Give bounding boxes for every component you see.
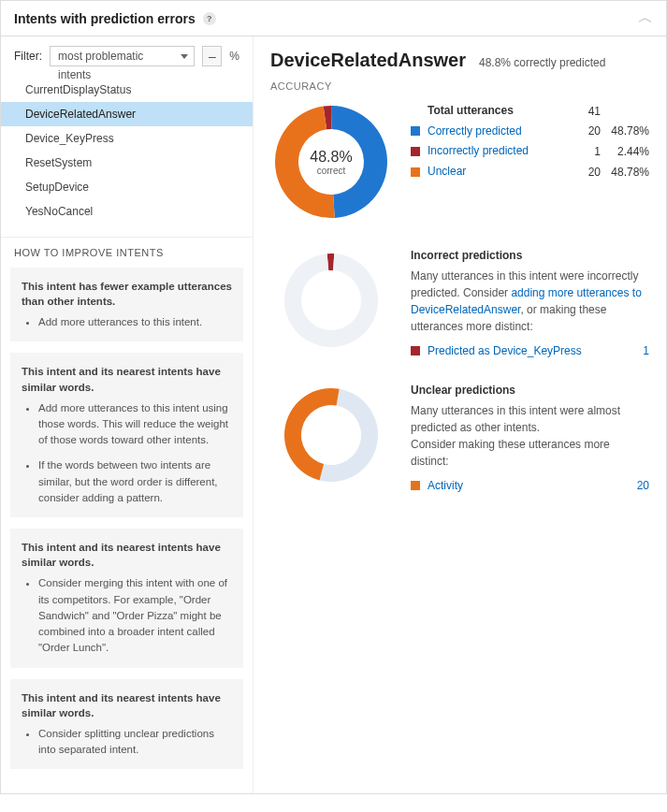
unclear-desc-line1: Many utterances in this intent were almo… <box>411 404 620 434</box>
unclear-item-label[interactable]: Activity <box>428 479 623 492</box>
unclear-desc: Many utterances in this intent were almo… <box>411 402 649 470</box>
intent-item[interactable]: Device_KeyPress <box>1 126 253 151</box>
intent-item[interactable]: DeviceRelatedAnswer <box>1 102 253 126</box>
incorrect-item-count[interactable]: 1 <box>623 344 649 357</box>
tip-card: This intent and its nearest intents have… <box>10 529 243 667</box>
intent-item[interactable]: CurrentDisplayStatus <box>1 78 253 102</box>
divider <box>1 237 253 238</box>
left-column: Filter: most problematic intents – % Cur… <box>1 36 254 793</box>
unclear-item-count[interactable]: 20 <box>623 479 649 492</box>
filter-row: Filter: most problematic intents – % <box>1 46 253 76</box>
help-icon[interactable]: ? <box>203 12 216 25</box>
breakdown-pct: 2.44% <box>601 145 649 158</box>
tip-head: This intent has fewer example utterances… <box>22 279 232 309</box>
filter-pct-label: % <box>229 50 239 63</box>
accuracy-block: 48.8%correct Total utterances 41 Correct… <box>270 101 649 223</box>
total-utterances-row: Total utterances 41 <box>411 101 649 122</box>
breakdown-row: Incorrectly predicted12.44% <box>411 141 649 162</box>
tip-bullet-list: Consider splitting unclear predictions i… <box>22 726 232 759</box>
intent-item[interactable]: SetupDevice <box>1 175 253 199</box>
right-column: DeviceRelatedAnswer 48.8% correctly pred… <box>254 36 666 793</box>
detail-subtitle: 48.8% correctly predicted <box>479 56 605 69</box>
accuracy-label: ACCURACY <box>270 80 649 92</box>
breakdown-pct: 48.78% <box>601 166 649 179</box>
incorrect-head: Incorrect predictions <box>411 249 649 262</box>
detail-title-row: DeviceRelatedAnswer 48.8% correctly pred… <box>270 50 649 71</box>
incorrect-desc: Many utterances in this intent were inco… <box>411 268 649 335</box>
breakdown-row: Unclear2048.78% <box>411 162 649 182</box>
detail-title: DeviceRelatedAnswer <box>270 50 466 71</box>
incorrect-donut <box>270 249 392 352</box>
tip-bullet: Consider splitting unclear predictions i… <box>38 726 232 759</box>
unclear-stats: Unclear predictions Many utterances in t… <box>411 384 649 492</box>
breakdown-count: 20 <box>573 166 601 179</box>
breakdown-label[interactable]: Correctly predicted <box>428 124 573 139</box>
incorrect-item-row: Predicted as Device_KeyPress1 <box>411 344 649 357</box>
incorrect-block: Incorrect predictions Many utterances in… <box>270 249 649 357</box>
accuracy-stats: Total utterances 41 Correctly predicted2… <box>411 101 649 181</box>
total-utterances-label: Total utterances <box>428 104 573 119</box>
accuracy-donut: 48.8%correct <box>270 101 392 223</box>
tip-head: This intent and its nearest intents have… <box>22 690 232 720</box>
panel-body: Filter: most problematic intents – % Cur… <box>1 36 666 793</box>
tip-card: This intent and its nearest intents have… <box>10 679 243 770</box>
unclear-head: Unclear predictions <box>411 384 649 397</box>
tip-head: This intent and its nearest intents have… <box>22 364 232 394</box>
intent-item[interactable]: ResetSystem <box>1 151 253 175</box>
breakdown-label[interactable]: Incorrectly predicted <box>428 144 573 159</box>
panel-title-row: Intents with prediction errors ? <box>14 11 216 26</box>
spacer <box>411 107 420 116</box>
tip-bullet: If the words between two intents are sim… <box>38 457 232 506</box>
tip-bullet: Add more utterances to this intent. <box>38 314 232 330</box>
filter-label: Filter: <box>14 50 42 63</box>
svg-text:48.8%: 48.8% <box>310 149 352 165</box>
filter-minus-button[interactable]: – <box>202 46 222 66</box>
breakdown-label[interactable]: Unclear <box>428 165 573 180</box>
tip-bullet: Consider merging this intent with one of… <box>38 575 232 656</box>
legend-swatch <box>411 167 420 177</box>
incorrect-item-label[interactable]: Predicted as Device_KeyPress <box>428 344 623 357</box>
breakdown-count: 1 <box>573 145 601 158</box>
total-utterances-count: 41 <box>573 105 601 118</box>
legend-swatch <box>411 126 420 136</box>
unclear-block: Unclear predictions Many utterances in t… <box>270 384 649 492</box>
tip-card: This intent and its nearest intents have… <box>10 353 243 517</box>
legend-swatch <box>411 346 420 355</box>
tip-bullet-list: Consider merging this intent with one of… <box>22 575 232 656</box>
intent-list: CurrentDisplayStatusDeviceRelatedAnswerD… <box>1 78 253 224</box>
intent-item[interactable]: YesNoCancel <box>1 199 253 224</box>
breakdown-pct: 48.78% <box>601 124 649 138</box>
tip-bullet-list: Add more utterances to this intent. <box>22 314 232 330</box>
filter-select[interactable]: most problematic intents <box>50 46 195 66</box>
svg-text:correct: correct <box>317 166 346 176</box>
legend-swatch <box>411 147 420 156</box>
breakdown-row: Correctly predicted2048.78% <box>411 122 649 142</box>
unclear-item-row: Activity20 <box>411 479 649 492</box>
panel-title: Intents with prediction errors <box>14 11 196 26</box>
tip-head: This intent and its nearest intents have… <box>22 540 232 570</box>
howto-title: HOW TO IMPROVE INTENTS <box>1 247 253 268</box>
panel-header: Intents with prediction errors ? ︿ <box>1 1 666 36</box>
incorrect-stats: Incorrect predictions Many utterances in… <box>411 249 649 357</box>
tip-bullet-list: Add more utterances to this intent using… <box>22 400 232 507</box>
unclear-desc-line2: Consider making these utterances more di… <box>411 438 610 468</box>
tips-container: This intent has fewer example utterances… <box>1 268 253 769</box>
intents-panel: Intents with prediction errors ? ︿ Filte… <box>0 0 667 794</box>
breakdown-count: 20 <box>573 124 601 138</box>
unclear-donut <box>270 384 392 486</box>
collapse-chevron-up-icon[interactable]: ︿ <box>638 8 653 28</box>
legend-swatch <box>411 481 420 490</box>
tip-bullet: Add more utterances to this intent using… <box>38 400 232 449</box>
tip-card: This intent has fewer example utterances… <box>10 268 243 341</box>
